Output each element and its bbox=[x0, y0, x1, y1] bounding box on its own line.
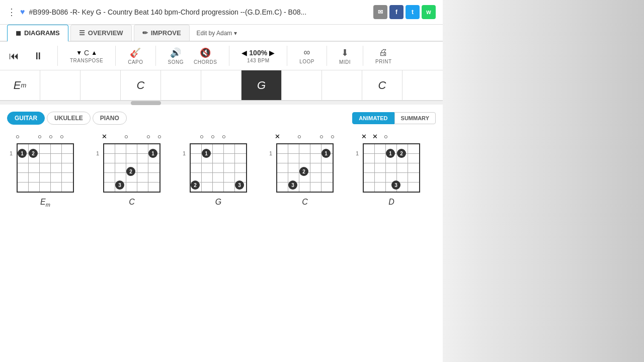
g-finger-2: 2 bbox=[191, 180, 200, 190]
midi-icon: ⬇ bbox=[341, 47, 349, 58]
toolbar: ⏮ ⏸ ▼ C ▲ TRANSPOSE 🎸 CAPO 🔊 SONG 🔇 bbox=[0, 42, 443, 70]
g-chord-name: G bbox=[215, 198, 221, 207]
bpm-control[interactable]: ◀ 100% ▶ 143 BPM bbox=[242, 49, 275, 63]
twitter-share-button[interactable]: t bbox=[406, 5, 420, 19]
chord-cell-empty1 bbox=[40, 70, 80, 100]
c-marker-3: ○ bbox=[121, 133, 132, 140]
chords-label: CHORDS bbox=[194, 59, 217, 65]
d-finger-2: 2 bbox=[397, 149, 406, 158]
sep7 bbox=[363, 46, 363, 66]
c2-finger-2: 2 bbox=[299, 167, 308, 176]
main-tabs: ◼ DIAGRAMS ☰ OVERVIEW ✏ IMPROVE Edit by … bbox=[0, 25, 443, 42]
c2-marker-2 bbox=[283, 133, 294, 140]
tab-improve-label: IMPROVE bbox=[151, 29, 181, 37]
chord-cell-g[interactable]: G bbox=[242, 70, 282, 100]
c2-marker-4 bbox=[305, 133, 316, 140]
em-finger-1: 1 bbox=[18, 149, 27, 158]
c-marker-1: ✕ bbox=[99, 133, 110, 140]
song-control[interactable]: 🔊 SONG bbox=[168, 47, 184, 65]
d-marker-5 bbox=[403, 133, 414, 140]
g-finger-3: 3 bbox=[235, 180, 244, 190]
rewind-button[interactable]: ⏮ bbox=[7, 48, 21, 64]
midi-label: MIDI bbox=[339, 59, 351, 65]
d-marker-4 bbox=[391, 133, 403, 140]
transpose-up-icon[interactable]: ▲ bbox=[91, 49, 97, 56]
c2-fret-number: 1 bbox=[269, 150, 272, 156]
c2-finger-3: 3 bbox=[288, 180, 297, 190]
c2-marker-3: ○ bbox=[294, 133, 305, 140]
c-marker-5: ○ bbox=[143, 133, 154, 140]
animated-view-tab[interactable]: ANIMATED bbox=[352, 112, 394, 124]
right-blur-panel bbox=[443, 0, 644, 362]
c-marker-4 bbox=[132, 133, 143, 140]
chord-bar-scrollbar[interactable] bbox=[0, 101, 443, 105]
header: ⋮ ♥ #B999-B086 -R- Key G - Country Beat … bbox=[0, 0, 443, 25]
c-finger-2: 2 bbox=[126, 167, 135, 176]
chord-c-diagram: ✕ ○ ○ ○ 1 1 2 bbox=[99, 133, 165, 207]
c2-marker-6: ○ bbox=[327, 133, 338, 140]
whatsapp-share-button[interactable]: w bbox=[422, 5, 436, 19]
song-label: SONG bbox=[168, 59, 184, 65]
social-buttons: ✉ f t w bbox=[373, 5, 436, 19]
song-icon: 🔊 bbox=[170, 47, 181, 58]
print-label: PRINT bbox=[375, 59, 392, 64]
chord-cell-c1[interactable]: C bbox=[121, 70, 161, 100]
bpm-value: 100% bbox=[249, 49, 267, 57]
em-marker-1: ○ bbox=[12, 133, 23, 140]
scrollbar-thumb[interactable] bbox=[131, 101, 161, 105]
chord-cell-empty5 bbox=[282, 70, 322, 100]
loop-label: LOOP bbox=[299, 59, 314, 64]
chords-control[interactable]: 🔇 CHORDS bbox=[194, 47, 217, 65]
transpose-control[interactable]: ▼ C ▲ TRANSPOSE bbox=[70, 49, 103, 63]
summary-view-tab[interactable]: SUMMARY bbox=[394, 112, 436, 124]
diagrams-icon: ◼ bbox=[16, 29, 21, 37]
sep3 bbox=[155, 46, 156, 66]
transpose-down-icon[interactable]: ▼ bbox=[76, 49, 82, 56]
instrument-tabs: GUITAR UKULELE PIANO ANIMATED SUMMARY bbox=[7, 112, 436, 125]
pause-button[interactable]: ⏸ bbox=[31, 48, 45, 64]
chord-cell-empty6 bbox=[322, 70, 362, 100]
g-finger-1: 1 bbox=[202, 149, 211, 158]
capo-icon: 🎸 bbox=[130, 47, 141, 58]
chord-cell-em[interactable]: Em bbox=[0, 70, 40, 100]
print-control[interactable]: 🖨 PRINT bbox=[375, 47, 392, 64]
piano-tab[interactable]: PIANO bbox=[93, 112, 127, 125]
sep6 bbox=[327, 46, 327, 66]
c2-marker-1: ✕ bbox=[272, 133, 283, 140]
facebook-share-button[interactable]: f bbox=[389, 5, 404, 19]
favorite-icon[interactable]: ♥ bbox=[20, 8, 25, 17]
bpm-forward-icon[interactable]: ▶ bbox=[269, 49, 275, 57]
bpm-back-icon[interactable]: ◀ bbox=[242, 49, 247, 57]
ukulele-tab[interactable]: UKULELE bbox=[47, 112, 91, 125]
chord-bar[interactable]: Em C G C bbox=[0, 70, 443, 101]
chord-cell-empty4 bbox=[201, 70, 242, 100]
em-chord-name: Em bbox=[40, 198, 50, 208]
chord-em-diagram: ○ ○ ○ ○ 1 1 2 bbox=[12, 133, 78, 208]
d-finger-1: 1 bbox=[386, 149, 395, 158]
capo-control[interactable]: 🎸 CAPO bbox=[128, 47, 143, 65]
c-marker-2 bbox=[110, 133, 121, 140]
tab-overview[interactable]: ☰ OVERVIEW bbox=[70, 25, 132, 41]
view-tabs: ANIMATED SUMMARY bbox=[352, 112, 436, 124]
c2-marker-5: ○ bbox=[316, 133, 327, 140]
d-marker-1: ✕ bbox=[358, 133, 369, 140]
chord-cell-c2[interactable]: C bbox=[362, 70, 403, 100]
d-finger-3: 3 bbox=[391, 180, 400, 190]
menu-icon[interactable]: ⋮ bbox=[7, 7, 16, 18]
edit-by-dropdown[interactable]: Edit by Adam ▾ bbox=[192, 26, 242, 41]
guitar-tab[interactable]: GUITAR bbox=[7, 112, 45, 125]
d-marker-6 bbox=[414, 133, 425, 140]
bpm-label: 143 BPM bbox=[247, 58, 270, 63]
loop-control[interactable]: ∞ LOOP bbox=[299, 47, 314, 64]
capo-label: CAPO bbox=[128, 59, 143, 65]
g-marker-6 bbox=[240, 133, 252, 140]
tab-improve[interactable]: ✏ IMPROVE bbox=[134, 25, 190, 41]
chord-c2-diagram: ✕ ○ ○ ○ 1 1 2 bbox=[272, 133, 338, 207]
guitar-section: GUITAR UKULELE PIANO ANIMATED SUMMARY ○ … bbox=[0, 105, 443, 215]
tab-diagrams[interactable]: ◼ DIAGRAMS bbox=[7, 25, 68, 42]
chord-cell-empty3 bbox=[161, 70, 201, 100]
email-share-button[interactable]: ✉ bbox=[373, 5, 387, 19]
tab-diagrams-label: DIAGRAMS bbox=[24, 29, 60, 37]
chord-diagrams: ○ ○ ○ ○ 1 1 2 bbox=[7, 133, 436, 208]
midi-control[interactable]: ⬇ MIDI bbox=[339, 47, 351, 65]
